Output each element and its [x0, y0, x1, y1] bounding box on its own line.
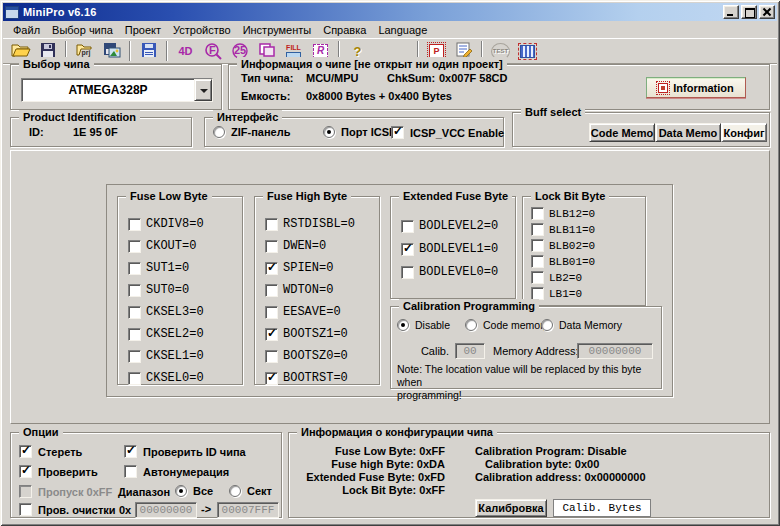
group-title: Выбор чипа [19, 57, 94, 71]
chevron-down-icon[interactable] [194, 79, 212, 101]
product-id-group: Product Identification ID: 1E 95 0F [10, 117, 192, 147]
code-memo-tab[interactable]: Code Memo [589, 123, 655, 142]
menu-tools[interactable]: Инструменты [237, 23, 318, 37]
minimize-button[interactable] [723, 5, 739, 19]
main-panel: Fuse Low Byte CKDIV8=0 CKOUT=0 SUT1=0 SU… [10, 150, 770, 424]
id-value: 1E 95 0F [73, 126, 118, 138]
range-sect-radio[interactable] [229, 485, 241, 497]
range-from-field[interactable] [135, 502, 197, 518]
lock-bit-group: Lock Bit Byte BLB12=0 BLB11=0 BLB02=0 BL… [522, 196, 646, 306]
range-label: Диапазон [118, 486, 170, 498]
erase-checkbox[interactable] [19, 445, 32, 458]
icsp-radio[interactable] [323, 126, 335, 138]
fuse-checkbox[interactable] [128, 262, 141, 275]
fuse-checkbox[interactable] [128, 284, 141, 297]
save-project-button[interactable] [98, 40, 125, 63]
verify-checkbox[interactable] [19, 465, 32, 478]
fuse-row: CKSEL2=0 [128, 327, 204, 341]
fuse-checkbox[interactable] [128, 350, 141, 363]
fuse-checkbox[interactable] [128, 306, 141, 319]
fuse-checkbox[interactable] [128, 218, 141, 231]
information-button[interactable]: Information [646, 77, 746, 98]
maximize-button[interactable] [741, 5, 757, 19]
options-group: Опции Стереть Проверить Пропуск 0xFF Про… [10, 432, 282, 518]
chip-type-label: Тип чипа: [241, 72, 293, 84]
lock-row: BLB02=0 [531, 239, 595, 252]
fuse-checkbox[interactable] [265, 350, 278, 363]
code-memory-radio[interactable] [465, 319, 477, 331]
menu-project[interactable]: Проект [119, 23, 167, 37]
chksum-value: 0x007F 58CD [439, 72, 508, 84]
data-memo-tab[interactable]: Data Memo [655, 123, 721, 142]
fuse-checkbox[interactable] [401, 243, 414, 256]
lock-checkbox[interactable] [531, 255, 544, 268]
toolbar-separator [129, 41, 131, 61]
lock-checkbox[interactable] [531, 207, 544, 220]
id-label: ID: [29, 126, 44, 138]
erase-label: Стереть [38, 446, 82, 458]
chip-select-group: Выбор чипа ATMEGA328P [10, 64, 222, 110]
check-id-checkbox[interactable] [124, 445, 137, 458]
fuse-checkbox[interactable] [265, 218, 278, 231]
calibrate-button[interactable]: Калибровка [475, 499, 547, 517]
menu-file[interactable]: Файл [7, 23, 46, 37]
menu-language[interactable]: Language [372, 23, 433, 37]
lock-checkbox[interactable] [531, 271, 544, 284]
read-chip-button[interactable]: 4D [172, 40, 199, 63]
fuse-checkbox[interactable] [128, 372, 141, 385]
fuse-checkbox[interactable] [265, 306, 278, 319]
config-tab[interactable]: Конфиг [721, 123, 767, 142]
app-icon [5, 6, 19, 19]
fuse-row: EESAVE=0 [265, 305, 341, 319]
fuse-checkbox[interactable] [265, 328, 278, 341]
fuse-high-value: Fuse high Byte: 0xDA [293, 458, 445, 470]
menu-select-chip[interactable]: Выбор чипа [46, 23, 119, 37]
save-buffer-button[interactable] [135, 40, 162, 63]
calib-bytes-button[interactable]: Calib. Bytes [553, 499, 651, 517]
calib-data-option: Data Memory [541, 319, 622, 331]
fuse-checkbox[interactable] [265, 262, 278, 275]
data-memory-radio[interactable] [541, 319, 553, 331]
lock-checkbox[interactable] [531, 239, 544, 252]
skip-ff-checkbox[interactable] [19, 485, 32, 498]
lock-label: BLB12=0 [549, 208, 595, 220]
fuse-label: BOOTRST=0 [283, 371, 348, 385]
lock-label: LB2=0 [549, 272, 582, 284]
verify-option: Проверить [19, 465, 98, 478]
menu-help[interactable]: Справка [317, 23, 372, 37]
fuse-checkbox[interactable] [401, 220, 414, 233]
selected-chip: ATMEGA328P [22, 79, 194, 101]
fuse-checkbox[interactable] [128, 240, 141, 253]
blue-floppy-icon [141, 42, 157, 61]
lock-checkbox[interactable] [531, 223, 544, 236]
menu-device[interactable]: Устройство [167, 23, 237, 37]
fuse-label: CKSEL1=0 [146, 349, 204, 363]
icsp-vcc-option: ICSP_VCC Enable [391, 126, 504, 139]
disable-radio[interactable] [397, 319, 409, 331]
chip-config-button[interactable] [514, 40, 541, 63]
fuse-checkbox[interactable] [265, 372, 278, 385]
autonumber-checkbox[interactable] [124, 465, 137, 478]
hex-prefix-label: 0x [119, 504, 131, 516]
range-all-label: Все [193, 485, 213, 497]
range-all-radio[interactable] [175, 485, 187, 497]
close-button[interactable] [759, 5, 775, 19]
verify-chip-button[interactable]: F [199, 40, 226, 63]
range-arrow: -> [201, 503, 211, 515]
fuse-row: BOOTSZ0=0 [265, 349, 348, 363]
fuse-checkbox[interactable] [265, 240, 278, 253]
icsp-vcc-checkbox[interactable] [391, 126, 404, 139]
memory-address-field[interactable] [577, 343, 653, 359]
calibration-program-value: Calibration Program: Disable [475, 445, 627, 457]
fuse-checkbox[interactable] [128, 328, 141, 341]
fuse-label: BOOTSZ1=0 [283, 327, 348, 341]
fuse-checkbox[interactable] [401, 266, 414, 279]
fuse-label: CKDIV8=0 [146, 217, 204, 231]
zif-radio[interactable] [213, 126, 225, 138]
blank-check-checkbox[interactable] [19, 503, 32, 516]
calib-byte-field[interactable] [455, 343, 485, 359]
chip-select-combobox[interactable]: ATMEGA328P [21, 78, 213, 102]
fuse-checkbox[interactable] [265, 284, 278, 297]
fuse-label: WDTON=0 [283, 283, 333, 297]
range-to-field[interactable] [217, 502, 279, 518]
